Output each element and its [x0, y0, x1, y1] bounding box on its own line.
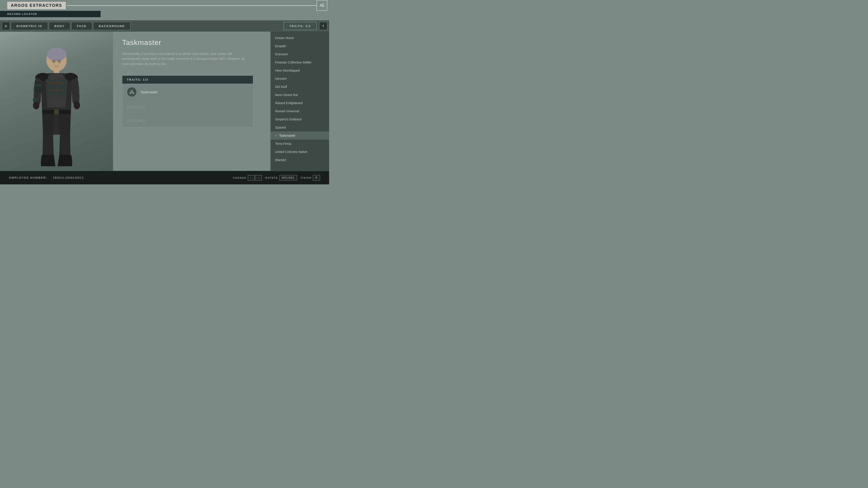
company-name-box: ARGOS EXTRACTORS — [7, 2, 66, 9]
svg-point-18 — [130, 92, 131, 94]
trait-list-item-1[interactable]: ✓Empath — [271, 42, 329, 50]
trait-list-label-15: Wanted — [275, 158, 286, 162]
change-keys: ← → — [248, 175, 262, 181]
trait-slot-1[interactable]: Taskmaster — [122, 84, 253, 100]
rotate-control: ROTATE MOUSE2 — [266, 175, 297, 181]
trait-list-label-2: Extrovert — [275, 53, 288, 56]
company-bar-line — [67, 5, 316, 6]
svg-rect-14 — [35, 82, 41, 93]
trait-list-item-2[interactable]: ✓Extrovert — [271, 50, 329, 58]
trait-list-item-9[interactable]: ✓Raised Universal — [271, 107, 329, 115]
trait-list-label-11: Spaced — [275, 126, 286, 129]
top-bar: ARGOS EXTRACTORS AE RECORD LOCATOR — [0, 0, 329, 20]
svg-point-19 — [132, 92, 134, 94]
company-bar: ARGOS EXTRACTORS AE — [0, 0, 329, 11]
trait-list-item-5[interactable]: ✓Introvert — [271, 74, 329, 83]
nav-back-button[interactable]: D — [2, 22, 10, 30]
trait-slot-1-icon — [127, 87, 137, 97]
trait-list-label-10: Serpent's Embrace — [275, 118, 302, 121]
trait-list-label-3: Freestar Collective Settler — [275, 61, 311, 64]
trait-list-item-3[interactable]: ✓Freestar Collective Settler — [271, 58, 329, 66]
employee-label: EMPLOYEE NUMBER: — [9, 176, 47, 180]
company-name: ARGOS EXTRACTORS — [11, 3, 62, 8]
trait-list-item-12[interactable]: ✓Taskmaster — [271, 131, 329, 140]
trait-list-item-10[interactable]: ✓Serpent's Embrace — [271, 115, 329, 123]
character-figure — [20, 40, 93, 171]
traits-slots-panel: TRAITS: 1/3 Taskmaster {OPTIONAL} — [122, 75, 253, 127]
trait-list-item-8[interactable]: ✓Raised Enlightened — [271, 99, 329, 107]
trait-list-label-1: Empath — [275, 44, 286, 48]
selected-trait-name: Taskmaster — [122, 38, 261, 47]
employee-number: 190514-2009140512 — [53, 176, 84, 180]
trait-list-item-0[interactable]: ✓Dream Home — [271, 34, 329, 42]
bottom-bar: EMPLOYEE NUMBER: 190514-2009140512 CHANG… — [0, 171, 329, 184]
taskmaster-icon — [129, 89, 135, 95]
nav-forward-button[interactable]: T — [319, 22, 327, 30]
trait-list-label-0: Dream Home — [275, 36, 294, 40]
trait-list-label-5: Introvert — [275, 77, 287, 80]
tab-face[interactable]: FACE — [71, 22, 92, 30]
trait-list-item-11[interactable]: ✓Spaced — [271, 123, 329, 131]
rotate-key[interactable]: MOUSE2 — [279, 175, 297, 181]
tab-biometric-id[interactable]: BIOMETRIC ID — [11, 22, 48, 30]
svg-point-9 — [74, 101, 80, 109]
trait-list-item-4[interactable]: ✓Hero Worshipped — [271, 66, 329, 74]
change-label: CHANGE — [233, 176, 246, 179]
finish-control: FINISH R — [301, 175, 320, 181]
traits-slots-header: TRAITS: 1/3 — [122, 76, 253, 84]
trait-list-item-14[interactable]: ✓United Colonies Native — [271, 148, 329, 156]
tab-traits[interactable]: TRAITS: 1/3 — [284, 22, 316, 30]
svg-rect-15 — [35, 84, 41, 87]
trait-slot-2[interactable]: {OPTIONAL} — [122, 100, 253, 113]
record-locator-label: RECORD LOCATOR — [7, 13, 37, 15]
svg-rect-16 — [33, 98, 38, 102]
svg-rect-13 — [49, 90, 64, 90]
finish-label: FINISH — [301, 176, 311, 179]
trait-slot-2-label: {OPTIONAL} — [127, 105, 145, 109]
ae-logo: AE — [316, 0, 327, 11]
trait-list-item-15[interactable]: ✓Wanted — [271, 156, 329, 164]
svg-line-20 — [130, 92, 132, 92]
tab-background[interactable]: BACKGROUND — [93, 22, 130, 30]
trait-list-label-9: Raised Universal — [275, 109, 299, 113]
main-content: Taskmaster Occasionally, if you have cre… — [0, 32, 329, 171]
trait-slot-1-name: Taskmaster — [141, 90, 158, 94]
svg-rect-12 — [49, 83, 64, 84]
svg-point-17 — [131, 90, 133, 92]
trait-list-label-4: Hero Worshipped — [275, 69, 300, 72]
svg-point-8 — [33, 101, 39, 109]
rotate-label: ROTATE — [266, 176, 278, 179]
svg-point-3 — [47, 48, 66, 61]
nav-tabs: D BIOMETRIC ID BODY FACE BACKGROUND TRAI… — [0, 20, 329, 32]
trait-slot-3[interactable]: {OPTIONAL} — [122, 113, 253, 127]
svg-rect-11 — [54, 109, 59, 114]
trait-list-label-12: Taskmaster — [279, 134, 296, 137]
trait-slot-3-label: {OPTIONAL} — [127, 119, 145, 123]
change-control: CHANGE ← → — [233, 175, 262, 181]
trait-list-item-13[interactable]: ✓Terra Firma — [271, 140, 329, 148]
trait-list-label-13: Terra Firma — [275, 142, 291, 145]
check-mark-12: ✓ — [275, 134, 277, 137]
svg-point-5 — [58, 59, 61, 63]
character-background — [0, 32, 113, 171]
trait-list-label-8: Raised Enlightened — [275, 101, 303, 105]
trait-list-panel[interactable]: ✓Dream Home✓Empath✓Extrovert✓Freestar Co… — [270, 32, 329, 171]
info-panel: Taskmaster Occasionally, if you have cre… — [113, 32, 270, 171]
trait-list-label-14: United Colonies Native — [275, 150, 307, 154]
nav-back-key: D — [5, 24, 7, 28]
record-locator-bar: RECORD LOCATOR — [0, 11, 101, 17]
trait-list-label-7: Neon Street Rat — [275, 93, 298, 97]
trait-list-item-7[interactable]: ✓Neon Street Rat — [271, 91, 329, 99]
ae-logo-text: AE — [319, 3, 324, 8]
change-key-left[interactable]: ← — [248, 175, 254, 181]
svg-point-4 — [52, 59, 55, 63]
trait-list-item-6[interactable]: ✓Kid Stuff — [271, 83, 329, 91]
svg-line-21 — [132, 92, 133, 92]
finish-key[interactable]: R — [313, 175, 320, 181]
bottom-controls: CHANGE ← → ROTATE MOUSE2 FINISH R — [233, 175, 320, 181]
character-viewport — [0, 32, 113, 171]
change-key-right[interactable]: → — [255, 175, 262, 181]
nav-forward-key: T — [322, 24, 324, 28]
tab-body[interactable]: BODY — [49, 22, 70, 30]
selected-trait-description: Occasionally, if you have crew trained i… — [122, 51, 249, 66]
